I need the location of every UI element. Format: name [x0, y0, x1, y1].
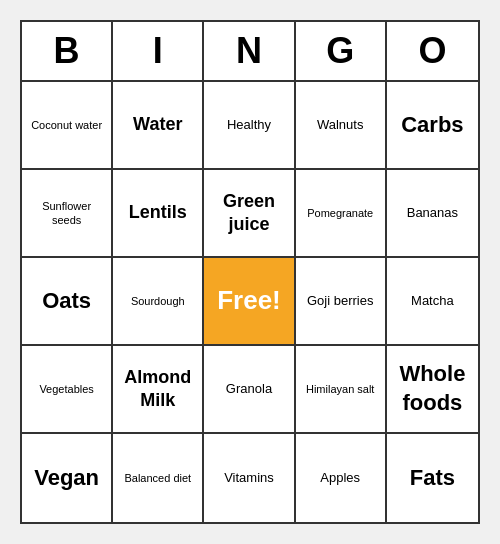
- cell-text: Green juice: [210, 190, 287, 237]
- cell-text: Apples: [320, 470, 360, 487]
- bingo-cell: Sunflower seeds: [22, 170, 113, 258]
- cell-text: Granola: [226, 381, 272, 398]
- cell-text: Goji berries: [307, 293, 373, 310]
- bingo-cell: Fats: [387, 434, 478, 522]
- bingo-cell: Coconut water: [22, 82, 113, 170]
- bingo-cell: Himilayan salt: [296, 346, 387, 434]
- bingo-cell: Water: [113, 82, 204, 170]
- bingo-cell: Balanced diet: [113, 434, 204, 522]
- bingo-cell: Apples: [296, 434, 387, 522]
- cell-text: Vitamins: [224, 470, 274, 487]
- bingo-cell: Lentils: [113, 170, 204, 258]
- cell-text: Vegetables: [39, 382, 93, 396]
- header-letter: O: [387, 22, 478, 80]
- cell-text: Free!: [217, 284, 281, 318]
- cell-text: Vegan: [34, 464, 99, 493]
- bingo-cell: Vitamins: [204, 434, 295, 522]
- header-letter: B: [22, 22, 113, 80]
- bingo-cell: Free!: [204, 258, 295, 346]
- cell-text: Walnuts: [317, 117, 363, 134]
- cell-text: Almond Milk: [119, 366, 196, 413]
- bingo-cell: Bananas: [387, 170, 478, 258]
- cell-text: Bananas: [407, 205, 458, 222]
- bingo-cell: Oats: [22, 258, 113, 346]
- bingo-cell: Healthy: [204, 82, 295, 170]
- bingo-cell: Almond Milk: [113, 346, 204, 434]
- header-letter: N: [204, 22, 295, 80]
- cell-text: Coconut water: [31, 118, 102, 132]
- bingo-cell: Whole foods: [387, 346, 478, 434]
- cell-text: Fats: [410, 464, 455, 493]
- bingo-cell: Vegan: [22, 434, 113, 522]
- cell-text: Sunflower seeds: [28, 199, 105, 228]
- header-letter: I: [113, 22, 204, 80]
- bingo-cell: Green juice: [204, 170, 295, 258]
- cell-text: Lentils: [129, 201, 187, 224]
- bingo-cell: Vegetables: [22, 346, 113, 434]
- cell-text: Balanced diet: [124, 471, 191, 485]
- cell-text: Oats: [42, 287, 91, 316]
- bingo-cell: Granola: [204, 346, 295, 434]
- bingo-cell: Matcha: [387, 258, 478, 346]
- cell-text: Carbs: [401, 111, 463, 140]
- cell-text: Water: [133, 113, 182, 136]
- cell-text: Himilayan salt: [306, 382, 374, 396]
- header-letter: G: [296, 22, 387, 80]
- bingo-cell: Pomegranate: [296, 170, 387, 258]
- bingo-card: BINGO Coconut waterWaterHealthyWalnutsCa…: [20, 20, 480, 524]
- cell-text: Pomegranate: [307, 206, 373, 220]
- bingo-header: BINGO: [22, 22, 478, 82]
- bingo-cell: Walnuts: [296, 82, 387, 170]
- bingo-cell: Sourdough: [113, 258, 204, 346]
- cell-text: Healthy: [227, 117, 271, 134]
- cell-text: Whole foods: [393, 360, 472, 417]
- bingo-cell: Carbs: [387, 82, 478, 170]
- bingo-grid: Coconut waterWaterHealthyWalnutsCarbsSun…: [22, 82, 478, 522]
- cell-text: Sourdough: [131, 294, 185, 308]
- bingo-cell: Goji berries: [296, 258, 387, 346]
- cell-text: Matcha: [411, 293, 454, 310]
